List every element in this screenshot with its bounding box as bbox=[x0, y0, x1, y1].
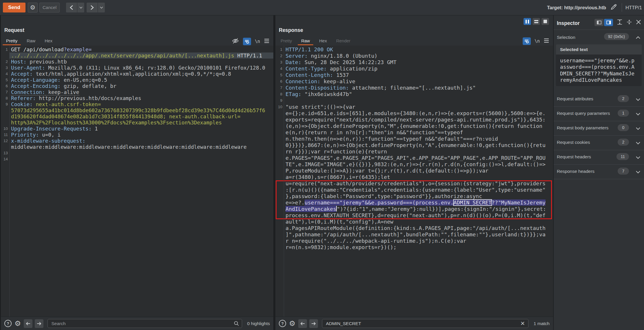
chevron-down-icon[interactable] bbox=[636, 126, 641, 131]
line-number: 2 bbox=[1, 59, 8, 65]
section-label: Request query parameters bbox=[557, 111, 610, 116]
tab-hex[interactable]: Hex bbox=[316, 36, 330, 45]
selection-count-badge: 92 (0x5c) bbox=[604, 33, 629, 40]
code-line: http%3A%2F%2Flocalhost%3A3000%2Fdocs%2Fe… bbox=[1, 119, 273, 126]
forward-icon[interactable] bbox=[87, 3, 98, 12]
search-icon bbox=[234, 321, 239, 327]
request-title: Request bbox=[4, 27, 24, 33]
word-wrap-icon[interactable] bbox=[243, 38, 251, 45]
close-icon[interactable] bbox=[636, 19, 641, 26]
line-number: 5 bbox=[1, 77, 8, 83]
columns-view-icon[interactable] bbox=[524, 18, 531, 25]
expand-all-icon[interactable] bbox=[617, 19, 623, 26]
code-line: 9Cookie: next-auth.csrf-token= bbox=[1, 101, 273, 107]
inspector-section-request-cookies[interactable]: Request cookies2 bbox=[554, 136, 644, 150]
code-line: TE",e.IMAGE="IMAGE",e}({})},9832:(e,n,r)… bbox=[275, 161, 553, 168]
request-editor[interactable]: 1GET /api/download?example=../../../../.… bbox=[1, 46, 273, 317]
search-prev-icon[interactable] bbox=[298, 319, 307, 328]
tab-pretty[interactable]: Pretty bbox=[3, 36, 21, 45]
request-search-input[interactable] bbox=[47, 319, 242, 328]
response-editor[interactable]: 1HTTP/1.1 200 OK2Server: nginx/1.18.0 (U… bbox=[275, 46, 553, 317]
linebreaks-icon[interactable]: \n bbox=[535, 39, 540, 44]
inspector-section-request-headers[interactable]: Request headers11 bbox=[554, 150, 644, 165]
chevron-down-icon[interactable] bbox=[636, 170, 641, 175]
inspector-selection-row[interactable]: Selection 92 (0x5c) bbox=[554, 32, 644, 43]
help-icon[interactable]: ? bbox=[279, 320, 286, 327]
code-line: ../../../../../../../../app/.next/server… bbox=[1, 52, 273, 59]
line-number: 13 bbox=[1, 150, 8, 156]
linebreaks-icon[interactable]: \n bbox=[255, 39, 260, 44]
line-number: 7 bbox=[275, 85, 282, 91]
send-button[interactable]: Send bbox=[3, 3, 25, 12]
code-line: middleware:middleware:middleware:middlew… bbox=[1, 144, 273, 150]
inspector-section-request-query-parameters[interactable]: Request query parameters1 bbox=[554, 107, 644, 121]
chevron-down-icon[interactable] bbox=[636, 112, 641, 117]
response-search-input[interactable] bbox=[322, 319, 528, 328]
code-line: 10Upgrade-Insecure-Requests: 1 bbox=[1, 126, 273, 132]
menu-icon[interactable] bbox=[544, 38, 549, 44]
collapse-all-icon[interactable] bbox=[626, 19, 632, 26]
request-search-bar: ? ⚙ 0 highlights bbox=[1, 317, 273, 330]
cancel-button[interactable]: Cancel bbox=[39, 3, 60, 12]
code-line: n.then?n.then(n=>e(n,r)):"function"==typ… bbox=[275, 136, 553, 142]
tab-render[interactable]: Render bbox=[333, 36, 354, 45]
dock-right-icon[interactable] bbox=[604, 19, 613, 26]
code-line: 57073d295655a41bc014d8bde602a73676832073… bbox=[1, 107, 273, 113]
line-number: 11 bbox=[1, 132, 8, 138]
line-number: 9 bbox=[1, 101, 8, 107]
code-line: 1HTTP/1.1 200 OK bbox=[275, 46, 553, 53]
section-label: Request attributes bbox=[557, 96, 593, 101]
line-number: 1 bbox=[275, 46, 282, 53]
tab-raw[interactable]: Raw bbox=[23, 36, 39, 45]
code-line: r=n(n.s=9832);module.exports=r})(); bbox=[275, 244, 553, 251]
code-line: d1936620f4dad048674e082ab1d7c30314f855f8… bbox=[1, 113, 273, 119]
selected-text-value: username==="jeremy"&&e.password===(proce… bbox=[560, 57, 635, 83]
line-number: 4 bbox=[275, 66, 282, 72]
tab-raw[interactable]: Raw bbox=[298, 36, 313, 45]
chevron-down-icon[interactable] bbox=[636, 97, 641, 102]
line-number: 9 bbox=[275, 97, 282, 104]
code-line: 5Accept-Language: en-US,en;q=0.5 bbox=[1, 77, 273, 83]
help-icon[interactable]: ? bbox=[4, 320, 12, 327]
chevron-up-icon[interactable] bbox=[636, 35, 641, 40]
code-line: 5Content-Length: 1537 bbox=[275, 72, 553, 78]
word-wrap-icon[interactable] bbox=[523, 37, 531, 45]
line-number: 10 bbox=[1, 126, 8, 132]
code-line: 7Connection: keep-alive bbox=[1, 89, 273, 95]
inspector-section-response-headers[interactable]: Response headers7 bbox=[554, 165, 644, 179]
selection-label: Selection bbox=[557, 35, 575, 40]
single-view-icon[interactable] bbox=[541, 18, 549, 25]
search-prev-icon[interactable] bbox=[24, 319, 32, 328]
inspector-section-request-attributes[interactable]: Request attributes2 bbox=[554, 92, 644, 107]
chevron-down-icon[interactable] bbox=[636, 155, 641, 160]
protocol-label: HTTP/1 bbox=[625, 5, 644, 10]
back-icon[interactable] bbox=[66, 3, 77, 12]
clear-search-icon[interactable]: ✕ bbox=[520, 320, 525, 327]
rows-view-icon[interactable] bbox=[533, 18, 540, 25]
code-line: 8Referer: http://previous.htb/docs/examp… bbox=[1, 95, 273, 101]
code-line: ault"),l=(0,i.M)(t,"config"),A=new bbox=[275, 219, 553, 225]
chevron-down-icon[interactable] bbox=[636, 141, 641, 146]
search-next-icon[interactable] bbox=[309, 319, 318, 328]
search-next-icon[interactable] bbox=[35, 319, 43, 328]
line-number: 6 bbox=[1, 83, 8, 89]
search-settings-gear-icon[interactable]: ⚙ bbox=[14, 320, 21, 327]
dock-left-icon[interactable] bbox=[594, 19, 603, 26]
tab-pretty[interactable]: Pretty bbox=[277, 36, 295, 45]
code-line: 10"use strict";(()=>{var bbox=[275, 104, 553, 110]
forward-dropdown-icon[interactable] bbox=[98, 3, 105, 12]
search-settings-gear-icon[interactable]: ⚙ bbox=[289, 320, 295, 327]
response-layout-buttons bbox=[524, 18, 549, 25]
inspector-section-request-body-parameters[interactable]: Request body parameters0 bbox=[554, 121, 644, 136]
code-line: 4Content-Type: application/zip bbox=[275, 66, 553, 72]
gear-icon[interactable]: ⚙ bbox=[28, 3, 38, 12]
code-line: a=r(3480),s=r(8667),i=r(6435);let bbox=[275, 174, 553, 180]
back-dropdown-icon[interactable] bbox=[77, 3, 84, 12]
hide-nonprinting-icon[interactable] bbox=[232, 37, 239, 46]
request-tabs: PrettyRawHex bbox=[3, 36, 56, 45]
tab-hex[interactable]: Hex bbox=[41, 36, 56, 45]
line-number: 12 bbox=[1, 138, 8, 144]
menu-icon[interactable] bbox=[264, 39, 270, 44]
inspector-title: Inspector bbox=[557, 20, 580, 26]
pencil-icon[interactable] bbox=[610, 3, 618, 12]
